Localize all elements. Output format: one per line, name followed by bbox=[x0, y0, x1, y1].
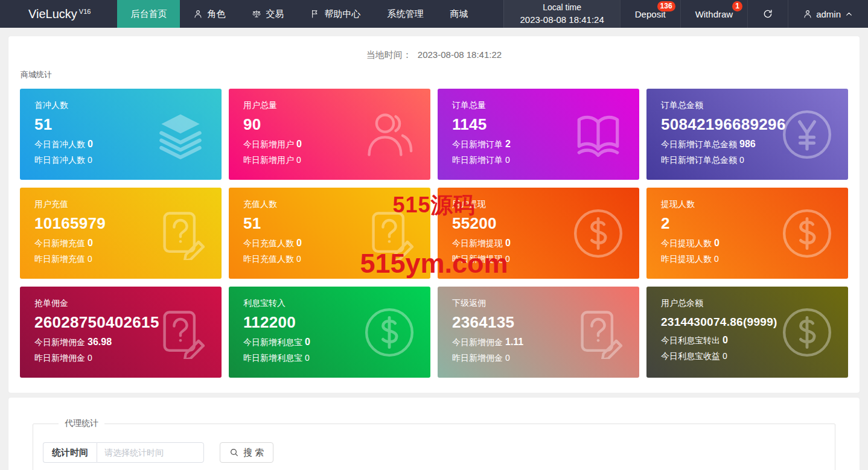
stat-card: 用户总余额2314430074.86(9999)今日利息宝转出0今日利息宝收益0 bbox=[646, 287, 848, 378]
layers-icon bbox=[154, 108, 207, 161]
dollar-circle-icon bbox=[780, 306, 834, 359]
stat-card-today-label: 今日利息宝转出 bbox=[661, 335, 720, 345]
stat-card-today-value: 0 bbox=[723, 335, 728, 345]
local-time-label: Local time bbox=[543, 1, 581, 13]
stat-card-yesterday-value: 0 bbox=[296, 254, 301, 264]
brand-name: VieLucky bbox=[28, 7, 77, 21]
stat-card: 利息宝转入112200今日新增利息宝0昨日新增利息宝0 bbox=[229, 287, 430, 378]
stat-card-today-value: 0 bbox=[88, 238, 93, 248]
local-time-block: Local time 2023-08-08 18:41:24 bbox=[503, 0, 619, 28]
stat-card-yesterday-value: 0 bbox=[88, 155, 92, 165]
yuan-circle-icon bbox=[780, 108, 834, 161]
stat-card: 订单总金额50842196689296今日新增订单总金额986昨日新增订单总金额… bbox=[646, 89, 848, 180]
book-icon bbox=[572, 108, 625, 161]
stat-card-yesterday-value: 0 bbox=[305, 353, 310, 363]
users-icon bbox=[363, 108, 416, 161]
stat-card-today-value: 36.98 bbox=[88, 337, 112, 347]
nav-item-label: 系统管理 bbox=[387, 8, 423, 20]
stat-card-today-label: 今日首冲人数 bbox=[34, 139, 85, 149]
admin-menu[interactable]: admin bbox=[788, 0, 868, 28]
stat-card-yesterday-label: 昨日提现人数 bbox=[661, 254, 712, 264]
nav-item-1[interactable]: 角色 bbox=[180, 0, 238, 28]
nav-item-label: 商城 bbox=[450, 8, 468, 20]
stat-card-yesterday-value: 0 bbox=[296, 155, 301, 165]
stat-card-today-value: 0 bbox=[505, 238, 511, 248]
brand-logo: VieLucky V16 bbox=[0, 0, 117, 28]
stat-card-yesterday-label: 昨日新增佣金 bbox=[452, 353, 503, 363]
chevron-up-icon bbox=[845, 10, 853, 18]
main-menu: 后台首页角色交易帮助中心系统管理商城 bbox=[117, 0, 481, 28]
stat-card-today-label: 今日新增佣金 bbox=[452, 337, 503, 347]
stat-card-yesterday-label: 昨日新增佣金 bbox=[34, 353, 85, 363]
shop-stats-panel: 当地时间：2023-08-08 18:41:22 商城统计 首冲人数51今日首冲… bbox=[8, 36, 860, 393]
nav-item-label: 后台首页 bbox=[130, 8, 167, 20]
local-time-cn-label: 当地时间： bbox=[366, 49, 412, 60]
agent-stats-legend: 代理统计 bbox=[59, 418, 104, 429]
stat-card-today-label: 今日新增订单 bbox=[452, 139, 503, 149]
nav-item-5[interactable]: 商城 bbox=[436, 0, 481, 28]
stat-card-yesterday-label: 昨日新增利息宝 bbox=[243, 353, 302, 363]
nav-item-label: 交易 bbox=[266, 8, 284, 20]
nav-item-2[interactable]: 交易 bbox=[238, 0, 297, 28]
stat-card-today-value: 1.11 bbox=[505, 337, 523, 347]
agent-search-form: 统计时间 搜 索 bbox=[43, 442, 835, 463]
stat-card-yesterday-value: 0 bbox=[88, 254, 92, 264]
withdraw-badge: 1 bbox=[732, 1, 742, 11]
doc-question-icon bbox=[363, 207, 416, 260]
stat-card-today-value: 986 bbox=[739, 139, 756, 149]
stat-card-today-label: 今日新增订单总金额 bbox=[661, 139, 737, 149]
stat-card-yesterday-label: 昨日新增提现 bbox=[452, 254, 503, 264]
stats-grid: 首冲人数51今日首冲人数0昨日首冲人数0用户总量90今日新增用户0昨日新增用户0… bbox=[20, 89, 848, 378]
stat-card-yesterday-label: 昨日新增充值 bbox=[34, 254, 85, 264]
stat-time-input[interactable] bbox=[97, 442, 204, 463]
search-button-label: 搜 索 bbox=[243, 447, 264, 459]
stat-card-today-value: 0 bbox=[296, 139, 302, 149]
withdraw-label: Withdraw bbox=[695, 9, 733, 19]
refresh-button[interactable] bbox=[747, 0, 788, 28]
stat-card-yesterday-label: 今日利息宝收益 bbox=[661, 351, 720, 361]
scales-icon bbox=[252, 9, 261, 19]
doc-question-icon bbox=[154, 306, 207, 359]
stat-card-today-value: 0 bbox=[296, 238, 302, 248]
stat-card-today-label: 今日新增佣金 bbox=[34, 337, 85, 347]
stat-card-yesterday-label: 昨日新增订单 bbox=[452, 155, 503, 165]
search-icon bbox=[229, 448, 239, 457]
stat-card-yesterday-value: 0 bbox=[505, 155, 510, 165]
deposit-button[interactable]: Deposit 136 bbox=[620, 0, 680, 28]
stat-card-today-value: 0 bbox=[88, 139, 93, 149]
stat-card-today-value: 2 bbox=[505, 139, 511, 149]
user-icon bbox=[803, 9, 812, 19]
stat-card-yesterday-label: 昨日新增订单总金额 bbox=[661, 155, 737, 165]
nav-item-4[interactable]: 系统管理 bbox=[374, 0, 436, 28]
section-title: 商城统计 bbox=[21, 69, 848, 80]
flag-icon bbox=[310, 9, 320, 19]
stat-card-today-value: 0 bbox=[305, 337, 310, 347]
user-icon bbox=[193, 9, 203, 19]
brand-version: V16 bbox=[79, 8, 91, 15]
nav-item-label: 帮助中心 bbox=[324, 8, 360, 20]
stat-card-today-label: 今日新增利息宝 bbox=[243, 337, 302, 347]
stat-time-label: 统计时间 bbox=[43, 442, 97, 463]
dollar-circle-icon bbox=[572, 207, 625, 260]
nav-item-0[interactable]: 后台首页 bbox=[117, 0, 180, 28]
dollar-circle-icon bbox=[780, 207, 834, 260]
dollar-circle-icon bbox=[363, 306, 416, 359]
admin-name: admin bbox=[816, 9, 841, 19]
stat-card: 提现人数2今日提现人数0昨日提现人数0 bbox=[646, 188, 848, 279]
nav-item-3[interactable]: 帮助中心 bbox=[297, 0, 374, 28]
stat-card: 用户总量90今日新增用户0昨日新增用户0 bbox=[229, 89, 430, 180]
stat-card-yesterday-label: 昨日首冲人数 bbox=[34, 155, 85, 165]
local-time-row: 当地时间：2023-08-08 18:41:22 bbox=[20, 49, 848, 61]
agent-stats-fieldset: 代理统计 统计时间 搜 索 bbox=[33, 418, 835, 470]
stat-card-today-label: 今日新增提现 bbox=[452, 238, 503, 248]
withdraw-button[interactable]: Withdraw 1 bbox=[680, 0, 748, 28]
agent-stats-panel: 代理统计 统计时间 搜 索 bbox=[8, 398, 860, 470]
local-time-value: 2023-08-08 18:41:24 bbox=[520, 13, 604, 27]
stat-card-yesterday-label: 昨日充值人数 bbox=[243, 254, 294, 264]
doc-question-icon bbox=[572, 306, 625, 359]
stat-card-today-label: 今日提现人数 bbox=[661, 238, 712, 248]
nav-item-label: 角色 bbox=[207, 8, 225, 20]
doc-question-icon bbox=[154, 207, 207, 260]
stat-card-today-value: 0 bbox=[714, 238, 720, 248]
search-button[interactable]: 搜 索 bbox=[220, 442, 273, 463]
